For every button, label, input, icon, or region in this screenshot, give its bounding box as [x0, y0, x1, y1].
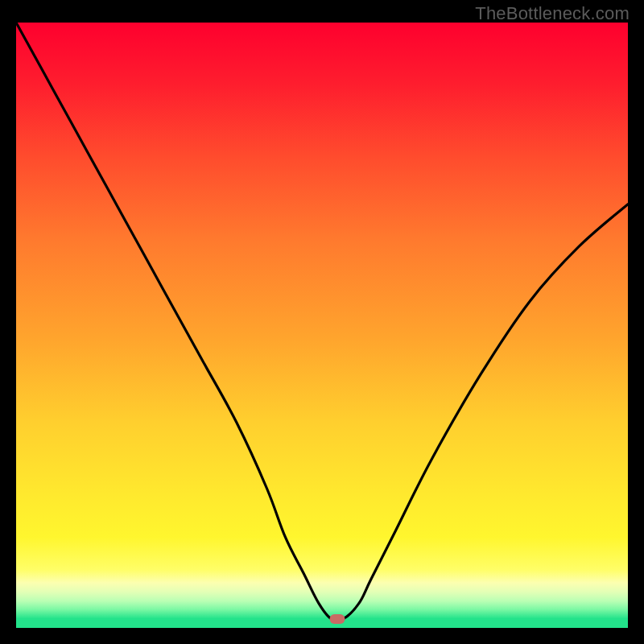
- bottleneck-curve: [16, 23, 628, 628]
- minimum-marker: [330, 614, 345, 624]
- plot-area: [16, 23, 628, 628]
- watermark-text: TheBottleneck.com: [475, 3, 630, 24]
- chart-frame: TheBottleneck.com: [0, 0, 644, 644]
